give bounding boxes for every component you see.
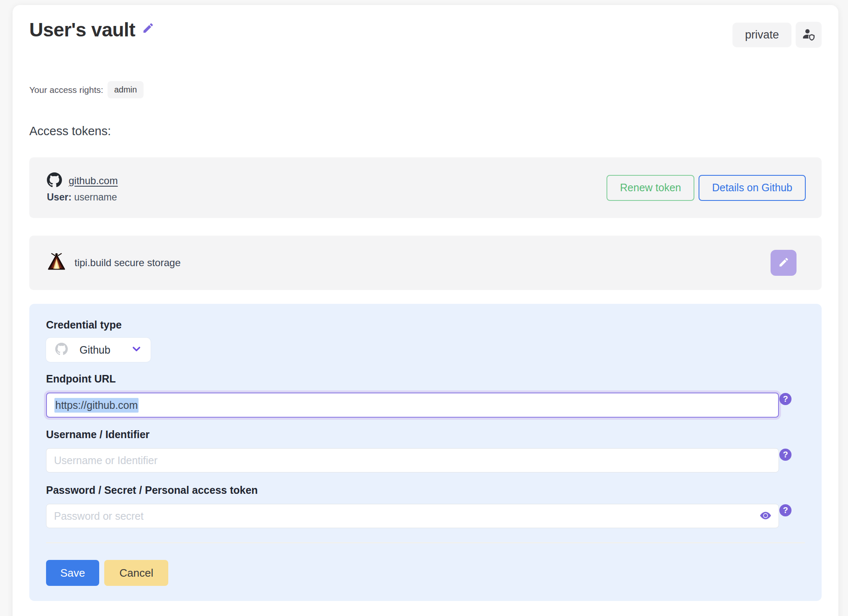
github-user-label: User: (47, 192, 72, 203)
cancel-button[interactable]: Cancel (104, 560, 168, 586)
github-user-value: username (74, 192, 117, 203)
page-title: User's vault (29, 19, 135, 41)
details-on-github-button[interactable]: Details on Github (699, 175, 806, 201)
github-token-card: github.com User: username Renew token De… (29, 157, 822, 218)
save-button[interactable]: Save (46, 560, 99, 586)
eye-icon (758, 510, 773, 522)
username-label: Username / Identifier (46, 429, 805, 441)
vault-access-button[interactable] (796, 22, 822, 48)
password-input[interactable] (46, 504, 779, 528)
visibility-badge: private (732, 23, 791, 47)
endpoint-url-input[interactable]: https://github.com (46, 393, 779, 418)
vault-page-card: User's vault private (13, 5, 838, 616)
github-icon (55, 343, 68, 357)
github-user-line: User: username (47, 192, 118, 203)
toggle-password-visibility-button[interactable] (758, 510, 773, 522)
user-shield-icon (802, 27, 816, 43)
github-icon (47, 172, 62, 189)
tipi-storage-label: tipi.build secure storage (75, 257, 180, 269)
tipi-storage-card: tipi.build secure storage (29, 236, 822, 290)
edit-title-button[interactable] (142, 22, 154, 36)
pencil-icon (778, 257, 789, 269)
access-tokens-heading: Access tokens: (29, 124, 822, 138)
pencil-icon (142, 29, 154, 36)
username-help-icon[interactable]: ? (779, 449, 791, 461)
endpoint-help-icon[interactable]: ? (779, 393, 791, 405)
access-rights-badge: admin (108, 81, 144, 98)
endpoint-url-value: https://github.com (54, 398, 139, 413)
access-rights-label: Your access rights: (29, 85, 103, 95)
access-rights-row: Your access rights: admin (29, 81, 822, 98)
chevron-down-icon (131, 344, 141, 356)
github-host-link[interactable]: github.com (69, 175, 118, 187)
credential-type-value: Github (80, 344, 110, 356)
password-label: Password / Secret / Personal access toke… (46, 484, 805, 496)
credential-type-select[interactable]: Github (46, 338, 151, 362)
renew-token-button[interactable]: Renew token (606, 175, 694, 201)
credential-form-panel: Credential type Github Endpoint URL http… (29, 304, 822, 601)
form-divider (46, 542, 805, 543)
edit-storage-button[interactable] (771, 250, 797, 276)
username-input[interactable] (46, 448, 779, 472)
endpoint-url-label: Endpoint URL (46, 373, 805, 385)
credential-type-label: Credential type (46, 319, 805, 331)
tipi-tent-icon (47, 252, 66, 273)
page-header: User's vault private (29, 19, 822, 52)
password-help-icon[interactable]: ? (779, 504, 791, 516)
